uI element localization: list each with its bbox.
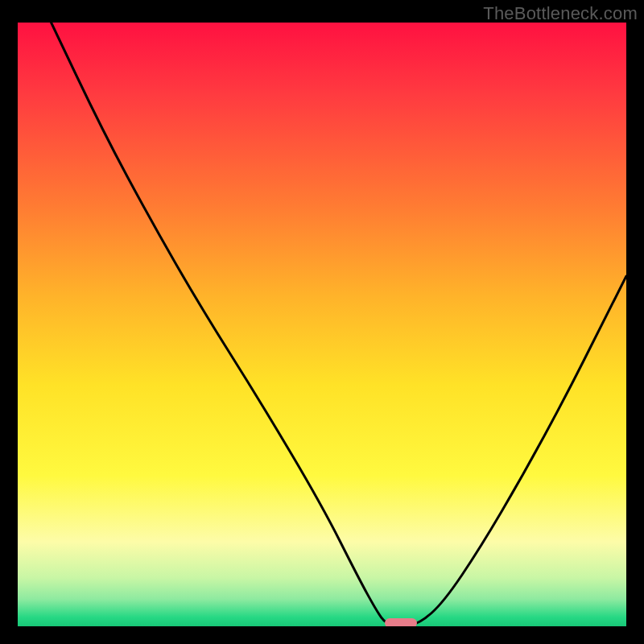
curve-layer xyxy=(18,23,626,626)
watermark-text: TheBottleneck.com xyxy=(483,3,638,24)
chart-frame: TheBottleneck.com xyxy=(0,0,644,644)
bottleneck-curve xyxy=(52,23,626,625)
plot-area xyxy=(18,23,626,626)
optimum-marker xyxy=(385,618,417,626)
